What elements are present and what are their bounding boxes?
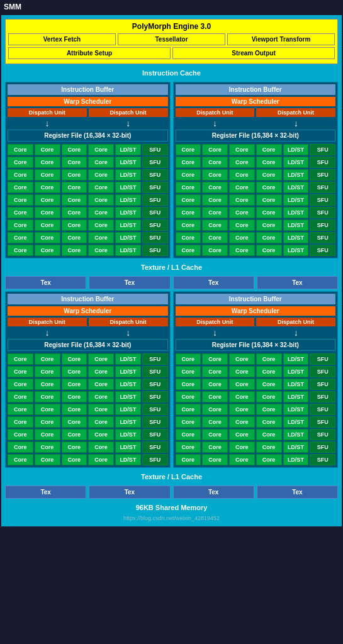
list-item: Core	[8, 454, 33, 465]
list-item: Core	[176, 353, 201, 365]
polymorph-row2: Attribute Setup Stream Output	[8, 47, 335, 59]
list-item: Core	[35, 182, 60, 193]
list-item: SFU	[142, 454, 168, 465]
list-item: LD/ST	[283, 144, 309, 155]
list-item: Core	[176, 219, 201, 231]
list-item: Core	[176, 182, 201, 193]
list-item: Core	[62, 245, 87, 256]
list-item: Core	[35, 245, 60, 256]
list-item: Core	[229, 429, 255, 440]
list-item: LD/ST	[115, 194, 141, 206]
list-item: Core	[176, 245, 201, 256]
list-item: Core	[202, 366, 228, 377]
list-item: Core	[35, 416, 60, 428]
list-item: Core	[62, 379, 87, 390]
register-file-bottom-left: Register File (16,384 × 32-bit)	[8, 339, 168, 351]
list-item: Core	[229, 441, 255, 453]
list-item: Core	[202, 441, 228, 453]
list-item: Core	[62, 144, 87, 155]
list-item: Core	[176, 194, 201, 206]
watermark: https://blog.csdn.net/weixin_42819452	[5, 514, 338, 523]
list-item: Core	[256, 245, 282, 256]
arrow-bl-1: ↓	[8, 328, 87, 338]
list-item: LD/ST	[115, 441, 141, 453]
list-item: LD/ST	[283, 454, 309, 465]
list-item: SFU	[310, 157, 335, 168]
list-item: LD/ST	[115, 232, 141, 243]
list-item: Core	[8, 144, 33, 155]
list-item: Core	[176, 366, 201, 377]
list-item: Core	[176, 157, 201, 168]
list-item: Core	[256, 379, 282, 390]
vertex-fetch-box: Vertex Fetch	[8, 33, 116, 45]
dispatch-unit-br-1: Dispatch Unit	[176, 318, 255, 326]
list-item: LD/ST	[115, 219, 141, 231]
list-item: Core	[256, 157, 282, 168]
tex-box-6: Tex	[89, 486, 170, 499]
list-item: Core	[35, 429, 60, 440]
arrow-row-bottom-right: ↓ ↓	[176, 328, 336, 338]
list-item: Core	[202, 416, 228, 428]
instruction-buffer-bottom-left: Instruction Buffer	[8, 294, 168, 304]
list-item: Core	[8, 232, 33, 243]
list-item: LD/ST	[283, 379, 309, 390]
list-item: Core	[229, 404, 255, 415]
list-item: Core	[229, 157, 255, 168]
list-item: SFU	[310, 404, 335, 415]
list-item: Core	[256, 441, 282, 453]
tex-box-3: Tex	[173, 276, 254, 289]
list-item: Core	[202, 207, 228, 218]
list-item: Core	[256, 391, 282, 402]
list-item: SFU	[310, 144, 335, 155]
tex-box-4: Tex	[257, 276, 338, 289]
list-item: Core	[256, 429, 282, 440]
list-item: Core	[8, 366, 33, 377]
list-item: Core	[202, 232, 228, 243]
list-item: Core	[229, 454, 255, 465]
list-item: SFU	[310, 194, 335, 206]
list-item: Core	[88, 169, 114, 180]
list-item: Core	[229, 194, 255, 206]
arrow-bl-2: ↓	[89, 328, 168, 338]
list-item: Core	[88, 219, 114, 231]
list-item: SFU	[142, 441, 168, 453]
list-item: Core	[35, 366, 60, 377]
core-grid-bottom-left: CoreCoreCoreCoreLD/STSFU CoreCoreCoreCor…	[8, 353, 168, 465]
dispatch-row-bottom-left: Dispatch Unit Dispatch Unit	[8, 318, 168, 326]
list-item: Core	[88, 379, 114, 390]
tex-box-7: Tex	[173, 486, 254, 499]
list-item: Core	[88, 391, 114, 402]
list-item: Core	[229, 182, 255, 193]
list-item: Core	[176, 454, 201, 465]
list-item: LD/ST	[115, 353, 141, 365]
list-item: Core	[8, 245, 33, 256]
list-item: LD/ST	[283, 429, 309, 440]
list-item: Core	[62, 157, 87, 168]
list-item: Core	[256, 366, 282, 377]
register-file-right: Register File (16,384 × 32-bit)	[176, 130, 336, 142]
attribute-setup-box: Attribute Setup	[8, 47, 171, 59]
list-item: SFU	[142, 194, 168, 206]
tex-box-1: Tex	[5, 276, 86, 289]
list-item: SFU	[142, 245, 168, 256]
instruction-cache-bar: Instruction Cache	[5, 67, 338, 79]
list-item: Core	[229, 169, 255, 180]
list-item: Core	[88, 441, 114, 453]
list-item: Core	[176, 441, 201, 453]
warp-block-bottom-right: Instruction Buffer Warp Scheduler Dispat…	[173, 291, 339, 468]
list-item: Core	[88, 416, 114, 428]
list-item: SFU	[310, 416, 335, 428]
list-item: Core	[62, 232, 87, 243]
list-item: Core	[256, 144, 282, 155]
list-item: Core	[8, 157, 33, 168]
dispatch-row-left: Dispatch Unit Dispatch Unit	[8, 108, 168, 117]
list-item: Core	[35, 379, 60, 390]
dispatch-unit-right-1: Dispatch Unit	[176, 108, 255, 117]
warp-scheduler-left: Warp Scheduler	[8, 97, 168, 106]
list-item: Core	[202, 353, 228, 365]
list-item: SFU	[142, 404, 168, 415]
list-item: LD/ST	[283, 353, 309, 365]
tex-box-5: Tex	[5, 486, 86, 499]
list-item: Core	[229, 219, 255, 231]
list-item: LD/ST	[115, 379, 141, 390]
